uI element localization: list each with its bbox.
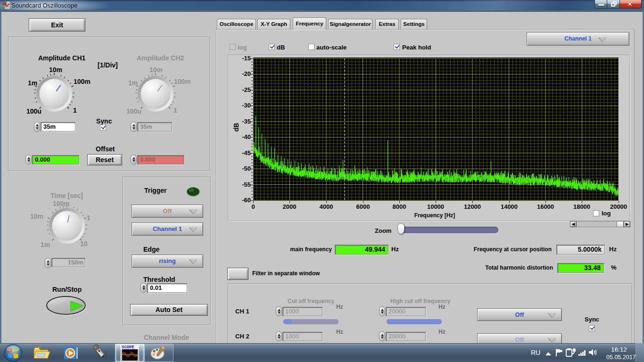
svg-text:SCOPE: SCOPE [122,345,135,350]
